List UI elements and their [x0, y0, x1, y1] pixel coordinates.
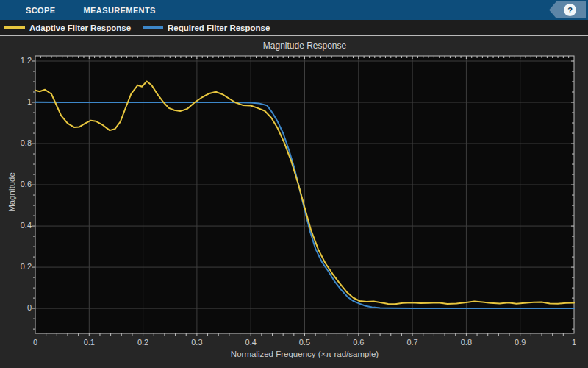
legend-label-required: Required Filter Response — [168, 24, 270, 32]
x-tick-label: 0.2 — [129, 338, 158, 347]
x-tick-label: 0.9 — [506, 338, 535, 347]
y-tick-label: 0.8 — [0, 138, 32, 147]
figure-area: Magnitude Response Magnitude Normalized … — [0, 36, 588, 368]
legend-item-adaptive[interactable]: Adaptive Filter Response — [4, 24, 131, 32]
chart-title: Magnitude Response — [35, 40, 574, 51]
x-tick-label: 0.8 — [451, 338, 481, 347]
x-tick-label: 0.6 — [344, 338, 373, 347]
legend: Adaptive Filter Response Required Filter… — [0, 20, 588, 36]
adaptive-line-swatch — [4, 26, 25, 29]
x-tick-label: 0.1 — [74, 338, 104, 347]
x-axis-label: Normalized Frequency (×π rad/sample) — [35, 350, 574, 358]
help-icon: ? — [564, 4, 576, 16]
x-tick-label: 0.3 — [182, 338, 212, 347]
magnitude-response-chart[interactable] — [0, 36, 588, 368]
y-tick-label: 0 — [0, 303, 32, 312]
y-tick-label: 1 — [0, 97, 32, 106]
legend-label-adaptive: Adaptive Filter Response — [29, 24, 131, 32]
y-tick-label: 0.6 — [0, 180, 32, 188]
y-axis-label: Magnitude — [7, 163, 16, 222]
filter-scope-window: SCOPE MEASUREMENTS ? Adaptive Filter Res… — [0, 0, 588, 368]
x-tick-label: 0 — [21, 338, 50, 347]
help-button[interactable]: ? — [549, 1, 586, 18]
required-line-swatch — [143, 26, 163, 29]
y-tick-label: 1.2 — [0, 56, 32, 65]
x-tick-label: 0.4 — [236, 338, 265, 347]
y-tick-label: 0.2 — [0, 262, 32, 271]
x-tick-label: 1 — [559, 338, 588, 347]
x-tick-label: 0.7 — [398, 338, 427, 347]
tab-scope[interactable]: SCOPE — [15, 0, 67, 20]
toolstrip: SCOPE MEASUREMENTS ? — [0, 0, 588, 20]
y-tick-label: 0.4 — [0, 221, 32, 230]
x-tick-label: 0.5 — [290, 338, 320, 347]
legend-item-required[interactable]: Required Filter Response — [143, 24, 270, 32]
tab-measurements[interactable]: MEASUREMENTS — [73, 0, 167, 20]
